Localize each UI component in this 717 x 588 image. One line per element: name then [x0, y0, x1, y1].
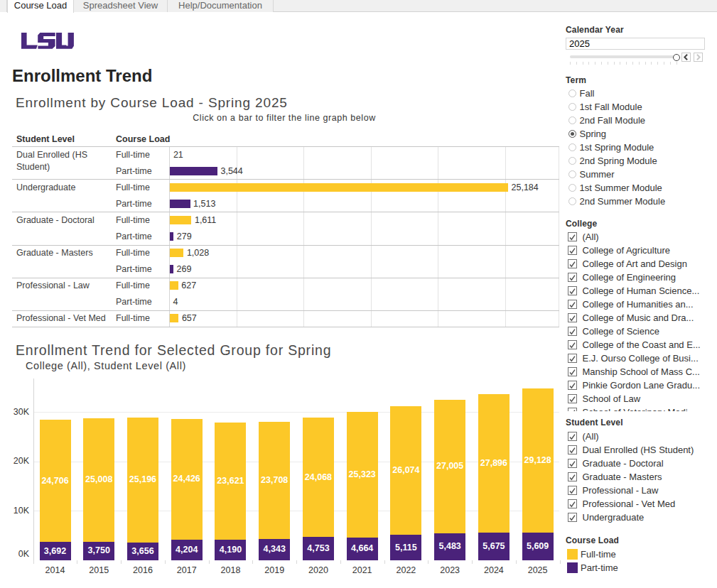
checkmark-icon: [568, 396, 576, 403]
radio-icon[interactable]: [568, 157, 576, 165]
trend-bar-full-time-value: 29,128: [522, 455, 554, 465]
term-label: Term: [566, 75, 586, 85]
college-option[interactable]: College of Science: [566, 325, 717, 338]
term-option[interactable]: 1st Summer Module: [566, 181, 717, 195]
checkmark-icon: [568, 247, 576, 255]
college-option[interactable]: College of the Coast and E...: [566, 338, 717, 352]
college-option[interactable]: College of Humanities an...: [566, 298, 717, 311]
calendar-year-next-button[interactable]: [694, 53, 703, 62]
checkbox-checked-icon[interactable]: [568, 513, 577, 522]
checkbox-checked-icon[interactable]: [568, 313, 577, 322]
checkbox-checked-icon[interactable]: [568, 486, 577, 495]
radio-icon[interactable]: [568, 116, 576, 124]
term-option[interactable]: 2nd Summer Module: [566, 195, 717, 208]
term-option[interactable]: Fall: [566, 87, 717, 100]
trend-x-axis-tick: [296, 560, 297, 564]
college-option[interactable]: School of Veterinary Medi...: [566, 405, 717, 411]
college-option-label: College of Human Science...: [583, 284, 700, 298]
term-option-label: Fall: [580, 87, 595, 100]
college-option[interactable]: Pinkie Gordon Lane Gradu...: [566, 379, 717, 392]
checkmark-icon: [568, 487, 576, 495]
radio-icon[interactable]: [568, 89, 576, 97]
tab-course-load[interactable]: Course Load: [7, 0, 74, 13]
term-option-label: 1st Fall Module: [580, 100, 642, 114]
checkmark-icon: [568, 261, 576, 268]
trend-x-axis-label: 2025: [517, 565, 559, 575]
radio-icon[interactable]: [568, 197, 576, 205]
college-checkbox-list: (All)College of AgricultureCollege of Ar…: [566, 230, 717, 411]
college-option-label: Manship School of Mass C...: [583, 365, 700, 379]
radio-icon[interactable]: [568, 184, 576, 192]
checkbox-checked-icon[interactable]: [568, 499, 577, 508]
college-option[interactable]: College of Human Science...: [566, 284, 717, 298]
checkbox-checked-icon[interactable]: [568, 246, 577, 255]
college-option-label: School of Law: [583, 392, 641, 405]
college-option[interactable]: Manship School of Mass C...: [566, 365, 717, 379]
college-option[interactable]: School of Law: [566, 392, 717, 405]
checkbox-checked-icon[interactable]: [568, 327, 577, 336]
calendar-year-slider-track[interactable]: [570, 55, 676, 58]
student-level-option[interactable]: Professional - Law: [566, 484, 717, 497]
trend-bar-part-time-value: 4,753: [303, 543, 334, 553]
checkbox-checked-icon[interactable]: [568, 300, 577, 309]
checkbox-checked-icon[interactable]: [568, 340, 577, 349]
checkbox-checked-icon[interactable]: [568, 408, 577, 411]
checkbox-checked-icon[interactable]: [568, 381, 577, 390]
term-option-label: 1st Spring Module: [580, 141, 654, 154]
student-level-option[interactable]: (All): [566, 430, 717, 443]
radio-icon[interactable]: [568, 170, 576, 178]
slider-tick: [608, 62, 608, 65]
checkbox-checked-icon[interactable]: [568, 232, 577, 241]
trend-x-axis-tick: [516, 560, 517, 564]
college-option[interactable]: College of Engineering: [566, 271, 717, 284]
student-level-option[interactable]: Undergraduate: [566, 511, 717, 524]
checkbox-checked-icon[interactable]: [568, 394, 577, 403]
term-option[interactable]: 1st Spring Module: [566, 141, 717, 154]
legend-option[interactable]: Full-time: [566, 548, 717, 561]
calendar-year-input[interactable]: [566, 38, 705, 50]
checkbox-checked-icon[interactable]: [568, 286, 577, 295]
radio-icon[interactable]: [568, 103, 576, 111]
slider-tick: [576, 62, 577, 65]
checkbox-checked-icon[interactable]: [568, 367, 577, 376]
trend-x-axis-tick: [560, 560, 561, 564]
checkbox-checked-icon[interactable]: [568, 445, 577, 454]
student-level-option-label: Professional - Law: [583, 484, 659, 497]
term-option[interactable]: Summer: [566, 168, 717, 181]
trend-x-axis-tick: [252, 560, 253, 564]
term-option[interactable]: 1st Fall Module: [566, 100, 717, 114]
legend-option[interactable]: Part-time: [566, 561, 717, 575]
student-level-checkbox-list: (All)Dual Enrolled (HS Student)Graduate …: [566, 430, 717, 529]
term-option[interactable]: 2nd Fall Module: [566, 114, 717, 127]
trend-x-axis-label: 2019: [253, 565, 296, 575]
student-level-option[interactable]: Dual Enrolled (HS Student): [566, 443, 717, 457]
checkbox-checked-icon[interactable]: [568, 432, 577, 441]
radio-selected-icon[interactable]: [568, 130, 576, 138]
radio-icon[interactable]: [568, 143, 576, 151]
checkbox-checked-icon[interactable]: [568, 459, 577, 468]
trend-y-axis-label: 0K: [1, 549, 29, 559]
college-option-label: School of Veterinary Medi...: [583, 405, 696, 411]
term-option[interactable]: 2nd Spring Module: [566, 154, 717, 168]
calendar-year-slider-handle[interactable]: [673, 54, 680, 61]
calendar-year-prev-button[interactable]: [681, 53, 691, 62]
trend-y-axis-label: 10K: [1, 506, 29, 516]
slider-tick: [601, 62, 602, 65]
college-option[interactable]: College of Agriculture: [566, 244, 717, 257]
college-option[interactable]: College of Art and Design: [566, 257, 717, 271]
slider-tick: [657, 62, 658, 65]
college-option[interactable]: E.J. Ourso College of Busi...: [566, 352, 717, 365]
checkbox-checked-icon[interactable]: [568, 354, 577, 363]
checkbox-checked-icon[interactable]: [568, 472, 577, 481]
checkmark-icon: [568, 328, 576, 336]
student-level-option[interactable]: Graduate - Masters: [566, 470, 717, 484]
checkbox-checked-icon[interactable]: [568, 259, 577, 268]
checkbox-checked-icon[interactable]: [568, 273, 577, 282]
college-option[interactable]: (All): [566, 230, 717, 244]
college-option[interactable]: College of Music and Dra...: [566, 311, 717, 325]
calendar-year-label: Calendar Year: [566, 25, 624, 35]
term-option[interactable]: Spring: [566, 127, 717, 141]
student-level-option[interactable]: Graduate - Doctoral: [566, 457, 717, 470]
trend-bar-part-time-value: 5,609: [522, 541, 554, 551]
student-level-option[interactable]: Professional - Vet Med: [566, 497, 717, 511]
